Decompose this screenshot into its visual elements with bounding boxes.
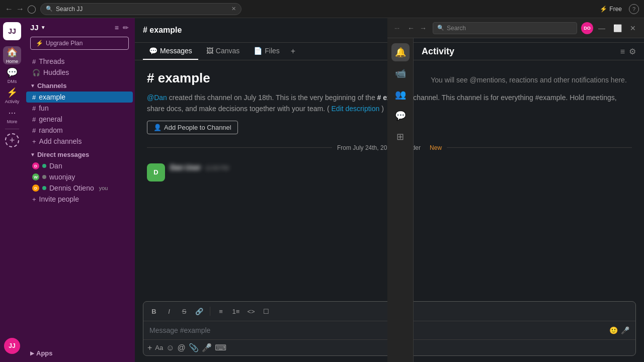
add-input-button[interactable]: + xyxy=(147,343,152,352)
more-icon: ··· xyxy=(8,108,16,118)
workspace-name[interactable]: JJ ▼ xyxy=(30,23,46,32)
huddles-icon: 🎧 xyxy=(32,69,40,76)
panel-notification-icon[interactable]: 🔔 xyxy=(391,43,410,61)
rail-dms[interactable]: 💬 DMs xyxy=(3,66,21,84)
panel-search-icon: 🔍 xyxy=(437,25,444,31)
files-tab-icon: 📄 xyxy=(254,47,262,55)
format-input-button[interactable]: Aa xyxy=(155,344,163,351)
add-workspace-button[interactable]: + xyxy=(5,133,19,147)
sidebar-item-dm-dennis[interactable]: D Dennis Otieno you xyxy=(26,183,133,194)
dm-avatar-dan: D xyxy=(32,162,39,169)
channel-creator-mention[interactable]: @Dan xyxy=(147,94,167,102)
sidebar-item-channel-example[interactable]: # example xyxy=(26,92,133,103)
panel-chat-icon[interactable]: 💬 xyxy=(391,107,410,125)
user-avatar-rail[interactable]: JJ xyxy=(4,338,20,354)
tab-canvas[interactable]: 🖼 Canvas xyxy=(200,43,246,60)
panel-forward-icon[interactable]: → xyxy=(418,23,429,33)
panel-search-bar[interactable]: 🔍 Search xyxy=(433,22,577,34)
sidebar-bottom: ▶ Apps xyxy=(24,342,135,362)
message-tab-icon: 💬 xyxy=(149,47,157,55)
panel-icon-bar: 🔔 📹 👥 💬 ⊞ xyxy=(387,38,414,362)
minimize-panel-button[interactable]: — xyxy=(595,23,608,33)
more-panel-button[interactable]: ··· xyxy=(392,24,401,33)
maximize-panel-button[interactable]: ⬜ xyxy=(610,23,625,33)
browser-search-bar[interactable]: 🔍 Search JJ ✕ xyxy=(40,3,242,15)
rail-more[interactable]: ··· More xyxy=(3,107,21,125)
help-button[interactable]: ? xyxy=(629,4,639,14)
filter-panel-icon[interactable]: ≡ xyxy=(620,47,625,56)
history-icon[interactable]: ◯ xyxy=(27,4,36,14)
sidebar-nav-section: # Threads 🎧 Huddles xyxy=(24,55,135,79)
browser-bar: ← → ◯ 🔍 Search JJ ✕ ⚡ Free ? xyxy=(0,0,644,18)
close-panel-button[interactable]: ✕ xyxy=(627,23,639,33)
add-people-button[interactable]: 👤 Add People to Channel xyxy=(147,121,238,134)
attach-button[interactable]: 📎 xyxy=(189,343,199,352)
tab-messages[interactable]: 💬 Messages xyxy=(143,43,198,60)
sidebar-item-add-channels[interactable]: + Add channels xyxy=(26,136,133,147)
channels-section-header[interactable]: ▼ Channels xyxy=(24,79,135,90)
sidebar-item-threads[interactable]: # Threads xyxy=(26,56,133,67)
edit-description-link[interactable]: Edit description xyxy=(332,105,380,113)
message-avatar: D xyxy=(147,163,165,182)
panel-empty-message: You will see @mentions, reactions and ot… xyxy=(422,65,636,96)
bold-button[interactable]: B xyxy=(147,305,160,318)
hash-icon: # xyxy=(32,116,36,123)
sidebar-item-channel-fun[interactable]: # fun xyxy=(26,103,133,114)
panel-video-icon[interactable]: 📹 xyxy=(391,64,410,82)
activity-icon: ⚡ xyxy=(7,87,18,98)
settings-panel-icon[interactable]: ⚙ xyxy=(629,47,636,56)
sidebar-item-channel-random[interactable]: # random xyxy=(26,125,133,136)
lightning-icon: ⚡ xyxy=(600,6,607,13)
link-button[interactable]: 🔗 xyxy=(193,305,206,318)
dm-avatar-wuonjay: W xyxy=(32,173,39,180)
sidebar-item-dm-dan[interactable]: D Dan xyxy=(26,160,133,171)
rail-home[interactable]: 🏠 Home xyxy=(3,46,21,64)
channel-title: # example xyxy=(143,26,182,35)
message-author: Dan User xyxy=(170,163,201,171)
panel-inner: 🔔 📹 👥 💬 ⊞ Activity ≡ ⚙ You will see @men… xyxy=(387,38,644,362)
filter-icon[interactable]: ≡ xyxy=(115,24,119,32)
compose-icon[interactable]: ✏ xyxy=(123,24,129,32)
channels-toggle-icon: ▼ xyxy=(30,83,35,88)
panel-nav-buttons: ← → xyxy=(406,23,429,33)
panel-browser-bar: ··· ← → 🔍 Search DO — ⬜ ✕ xyxy=(387,18,644,38)
sidebar-item-channel-general[interactable]: # general xyxy=(26,114,133,125)
tab-files[interactable]: 📄 Files xyxy=(248,43,286,60)
panel-people-icon[interactable]: 👥 xyxy=(391,85,410,104)
threads-icon: # xyxy=(32,58,36,65)
message-time: 12:00 PM xyxy=(205,165,228,171)
rail-activity[interactable]: ⚡ Activity xyxy=(3,86,21,105)
forward-icon[interactable]: → xyxy=(16,5,24,14)
sidebar-item-invite-people[interactable]: + Invite people xyxy=(26,194,133,205)
apps-section-header[interactable]: ▶ Apps xyxy=(24,346,135,358)
workspace-icon[interactable]: JJ xyxy=(3,22,21,40)
activity-panel-container: ··· ← → 🔍 Search DO — ⬜ ✕ 🔔 xyxy=(387,18,644,362)
add-tab-button[interactable]: + xyxy=(288,43,298,60)
mention-button[interactable]: @ xyxy=(178,343,186,352)
dm-avatar-dennis: D xyxy=(32,185,39,192)
bullet-list-button[interactable]: ≡ xyxy=(214,305,227,318)
panel-back-icon[interactable]: ← xyxy=(406,23,417,33)
shortcut-button[interactable]: ⌨ xyxy=(215,343,226,352)
mic-button[interactable]: 🎤 xyxy=(202,343,212,352)
back-icon[interactable]: ← xyxy=(5,5,13,14)
sidebar-item-dm-wuonjay[interactable]: W wuonjay xyxy=(26,171,133,183)
sidebar-header: JJ ▼ ≡ ✏ xyxy=(24,18,135,35)
plus-icon: + xyxy=(32,138,36,145)
italic-button[interactable]: I xyxy=(163,305,176,318)
strikethrough-button[interactable]: S xyxy=(178,305,191,318)
sidebar-item-huddles[interactable]: 🎧 Huddles xyxy=(26,67,133,78)
block-button[interactable]: ☐ xyxy=(260,305,273,318)
hash-icon: # xyxy=(32,105,36,112)
emoji-bottom-button[interactable]: ☺ xyxy=(166,343,174,352)
ordered-list-button[interactable]: 1≡ xyxy=(229,305,243,318)
status-dot-wuonjay xyxy=(42,175,46,179)
dm-section-header[interactable]: ▼ Direct messages xyxy=(24,148,135,159)
code-button[interactable]: <> xyxy=(245,305,258,318)
hash-icon: # xyxy=(32,127,36,134)
upgrade-plan-button[interactable]: ⚡ Upgrade Plan xyxy=(30,37,129,50)
panel-grid-icon[interactable]: ⊞ xyxy=(391,128,410,146)
panel-dots: ··· xyxy=(392,24,401,33)
status-dot-dennis xyxy=(42,186,46,190)
lightning-upgrade-icon: ⚡ xyxy=(36,40,43,47)
